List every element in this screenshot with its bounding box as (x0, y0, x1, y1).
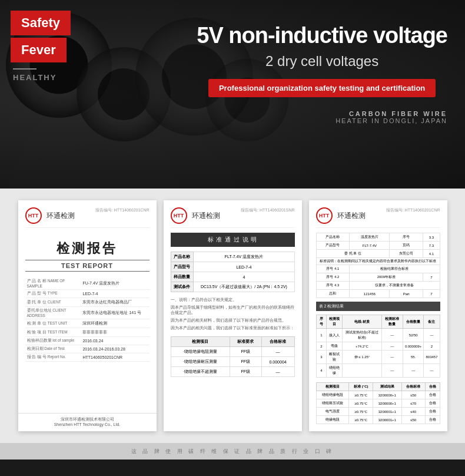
r2-pass: 0.000004 (261, 357, 294, 367)
doc2-cell-test-value: DC13.5V（不超过该值最大）/ 2A (PN：4.5 2V) (194, 282, 294, 292)
doc3-b-row-1: 绕组绝缘电阻 ≥0.75°C 3200000+1 ≤50 合格 (316, 391, 440, 399)
doc3-ref: 报告编号: HTT14060201CNR (386, 207, 440, 213)
doc3-row-4: 标准说明：在检测期间以下相关规定内容符合要求及附件内容执行以下标准 (316, 258, 440, 265)
table-row: 检 验 项 目 TEST ITEM非非非非非非 (25, 328, 150, 337)
doc3-logo: HTT 环通检测 (316, 207, 366, 224)
doc2-section-title: 标 准 通 过 说 明 (171, 233, 295, 247)
hero-section: Safety Fever HEALTHY 5V non-inductive vo… (0, 0, 465, 189)
table-row: 检测日期 Date of Test2016.03.24-2016.03.28 (25, 345, 150, 353)
col-h1: 检测项目 (171, 337, 230, 347)
doc3-logo-abbr: HTT (319, 213, 330, 219)
docs-section: HTT 环通检测 报告编号: HTT14060201CNR 检测报告 TEST … (0, 189, 465, 443)
doc-card-2: HTT 环通检测 报告编号: HTT14060201SNR 标 准 通 过 说 … (164, 200, 302, 431)
doc2-extra-table-area: 检测项目 标准要求 合格标准 ·绕组绝缘电阻测量 FF级 — ·绕组绝缘耐压测量… (171, 336, 295, 377)
sidebar-labels: Safety Fever HEALTHY (11, 11, 71, 82)
doc3-row-2: 产品型号FLT-7.4V页码7.3 (316, 242, 440, 250)
bottom-strip-text: 这 品 牌 使 用 碳 纤 维 保 证 品 牌 品 质 行 业 口 碑 (131, 448, 334, 455)
doc3-result-row-1: 1 接入人 测试发热结合(不超过标准) — 52/50 — (316, 329, 440, 342)
doc3-header: HTT 环通检测 报告编号: HTT14060201CNR (316, 207, 440, 228)
r1-item: ·绕组绝缘电阻测量 (171, 347, 230, 357)
safety-label: Safety (11, 11, 71, 35)
doc3-logo-cn: 环通检测 (337, 211, 366, 221)
hero-subtitle: 2 dry cell voltages (197, 53, 447, 70)
table-row: 报 告 编 号 Report No.HTT1406050201CNR (25, 353, 150, 362)
doc3-b-row-4: 绝缘电阻 ≥0.75°C 3200001+1 ≤50 合格 (316, 416, 440, 424)
tagline-line1: CARBON FIBER WIRE (197, 110, 447, 117)
doc2-logo-circle: HTT (171, 207, 187, 224)
table-row: 产 品 名 称 NAME OF SAMPLEFU-7.4V 温度发热片 (25, 277, 150, 290)
r1-std: FF级 (230, 347, 261, 357)
doc1-logo-abbr: HTT (28, 213, 39, 219)
r3-std: FF级 (230, 367, 261, 377)
doc2-table: 产品名称 FLT-7.4V 温度发热片 产品型号 LED-7-4 样品数量 4 … (171, 252, 295, 292)
doc3-row-8: 总和121456Part7 (316, 290, 440, 298)
r1-pass: — (261, 347, 294, 357)
doc2-cell-model-value: LED-7-4 (194, 262, 294, 272)
doc1-en-title: TEST REPORT (25, 260, 150, 272)
doc2-header: HTT 环通检测 报告编号: HTT14060201SNR (171, 207, 295, 228)
hero-tagline: CARBON FIBER WIRE HEATER IN DONGLI, JAPA… (197, 110, 447, 124)
r2-item: ·绕组绝缘耐压测量 (171, 357, 230, 367)
col-h3: 合格标准 (261, 337, 294, 347)
table-row: 检验样品数量 lot of sample2016.03.24 (25, 337, 150, 345)
hero-title: 5V non-inductive voltage (197, 24, 447, 48)
doc1-logo-circle: HTT (25, 207, 42, 224)
doc1-footer: 深圳市环通检测技术有限公司 Shenzhen HTT Technology Co… (18, 413, 157, 427)
r2-std: FF级 (230, 357, 261, 367)
doc3-result-row-3: 3 断裂试验 伸 ≤ 1.25° — 55. 803457 (316, 351, 440, 364)
table-row: 委 托 单 位 CLIENT东莞市永达红亮电器商品厂 (25, 298, 150, 307)
table-row: 产 品 型 号 TYPELED-7-4 (25, 290, 150, 298)
r3-item: ·绕组绝缘不超测量 (171, 367, 230, 377)
doc2-result-table: 检测项目 标准要求 合格标准 ·绕组绝缘电阻测量 FF级 — ·绕组绝缘耐压测量… (171, 336, 295, 377)
doc1-title-area: 检测报告 TEST REPORT (25, 240, 150, 272)
doc1-ref: 报告编号: HTT14060201CNR (95, 207, 150, 213)
doc1-main-title: 检测报告 (25, 240, 150, 257)
doc3-bottom-table: 检测项目 标准 (°C) 测试结果 合格标准 合格 绕组绝缘电阻 ≥0.75°C… (316, 382, 440, 424)
doc2-cell-model-label: 产品型号 (171, 262, 194, 272)
doc2-row-model: 产品型号 LED-7-4 (171, 262, 294, 272)
r3-pass: — (261, 367, 294, 377)
doc2-ref: 报告编号: HTT14060201SNR (241, 207, 294, 213)
bottom-strip: 这 品 牌 使 用 碳 纤 维 保 证 品 牌 品 质 行 业 口 碑 (0, 443, 465, 460)
doc3-row-7: 序号 4.3仅要求，不测量非常准备 (316, 282, 440, 290)
doc-card-1: HTT 环通检测 报告编号: HTT14060201CNR 检测报告 TEST … (18, 200, 157, 431)
doc2-cell-qty-label: 样品数量 (171, 272, 194, 282)
doc2-cell-test-label: 测试条件 (171, 282, 194, 292)
doc1-footer-en: Shenzhen HTT Technology Co., Ltd. (24, 422, 151, 427)
doc3-results-table: 序号 检测项目 电线·材质 检测标准数量 合格数量 备注 1 接入人 测试发热结… (316, 315, 440, 378)
col-h2: 标准要求 (230, 337, 261, 347)
hero-content: 5V non-inductive voltage 2 dry cell volt… (197, 24, 447, 124)
doc1-logo: HTT 环通检测 (25, 207, 75, 224)
doc3-b-row-3: 电气强度 ≥0.75°C 3200001+1 ≤40 合格 (316, 408, 440, 416)
doc1-table: 产 品 名 称 NAME OF SAMPLEFU-7.4V 温度发热片产 品 型… (25, 277, 150, 362)
doc-card-3: HTT 环通检测 报告编号: HTT14060201CNR 产品名称温度发热片序… (309, 200, 447, 431)
doc3-logo-circle: HTT (316, 207, 333, 224)
doc2-row-qty: 样品数量 4 (171, 272, 294, 282)
doc2-note-3: 因为本产品的相关材料，我们选择了以下标准的产品符合规范。 (171, 318, 295, 323)
doc3-row-6: 序号 4.22009年标准7 (316, 273, 440, 282)
table-row: 检 测 单 位 TEST UNIT深圳环通检测 (25, 319, 150, 328)
healthy-label: HEALTHY (11, 73, 71, 82)
doc2-row-name: 产品名称 FLT-7.4V 温度发热片 (171, 252, 294, 262)
doc2-note-4: 因为本产品的相关问题，我们选择了以下标准里面的标准如下所示： (171, 325, 295, 330)
doc2-cell-name-label: 产品名称 (171, 252, 194, 262)
doc3-result-header: 序号 检测项目 电线·材质 检测标准数量 合格数量 备注 (316, 315, 440, 329)
label-divider (13, 68, 36, 70)
doc3-row-1: 产品名称温度发热片序号3.3 (316, 233, 440, 242)
doc2-cell-name-value: FLT-7.4V 温度发热片 (194, 252, 294, 262)
doc1-header: HTT 环通检测 报告编号: HTT14060201CNR (25, 207, 150, 228)
doc1-logo-cn: 环通检测 (46, 211, 75, 221)
result-row-1: ·绕组绝缘电阻测量 FF级 — (171, 347, 294, 357)
doc2-note-2: 因本产品导线属于细绳型材料，如有生产厂的相关符合的联系细绳符合规定产品。 (171, 305, 295, 315)
doc2-notes: 一、说明：产品符合以下相关规定。 因本产品导线属于细绳型材料，如有生产厂的相关符… (171, 297, 295, 330)
doc3-section-title: 表 2 检测结果 (316, 302, 440, 311)
tagline-line2: HEATER IN DONGLI, JAPAN (197, 117, 447, 124)
doc1-footer-cn: 深圳市环通检测技术有限公司 (24, 416, 151, 422)
doc3-b-row-2: 绕组耐压试验 ≥0.75°C 3200000+1 ≤70 合格 (316, 399, 440, 408)
doc2-note-1: 一、说明：产品符合以下相关规定。 (171, 297, 295, 302)
result-row-2: ·绕组绝缘耐压测量 FF级 0.000004 (171, 357, 294, 367)
doc2-logo: HTT 环通检测 (171, 207, 220, 224)
doc3-row-5: 序号 4.1检验结果符合标准 (316, 265, 440, 273)
doc3-result-row-4: 4 绕组绝缘 — — — (316, 364, 440, 378)
fever-label: Fever (11, 38, 67, 62)
